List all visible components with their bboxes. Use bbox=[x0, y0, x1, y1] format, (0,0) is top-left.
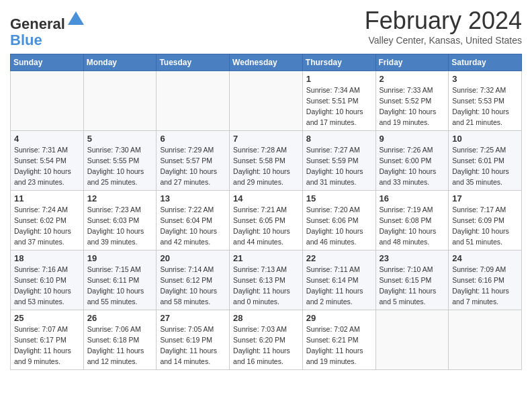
calendar-cell: 1Sunrise: 7:34 AMSunset: 5:51 PMDaylight… bbox=[302, 71, 375, 131]
logo-text-blue: Blue bbox=[10, 32, 85, 48]
location-subtitle: Valley Center, Kansas, United States bbox=[365, 35, 522, 46]
svg-marker-0 bbox=[68, 11, 84, 25]
calendar-cell: 23Sunrise: 7:10 AMSunset: 6:15 PMDayligh… bbox=[375, 250, 449, 310]
day-number: 15 bbox=[306, 193, 372, 203]
day-info: Sunrise: 7:19 AMSunset: 6:08 PMDaylight:… bbox=[380, 205, 445, 247]
day-number: 28 bbox=[233, 313, 299, 323]
calendar-cell: 13Sunrise: 7:22 AMSunset: 6:04 PMDayligh… bbox=[157, 191, 230, 250]
calendar-cell: 8Sunrise: 7:27 AMSunset: 5:59 PMDaylight… bbox=[302, 131, 375, 191]
day-info: Sunrise: 7:17 AMSunset: 6:09 PMDaylight:… bbox=[452, 205, 518, 247]
calendar-cell: 21Sunrise: 7:13 AMSunset: 6:13 PMDayligh… bbox=[230, 250, 303, 310]
calendar-cell: 7Sunrise: 7:28 AMSunset: 5:58 PMDaylight… bbox=[230, 131, 303, 191]
weekday-header-tuesday: Tuesday bbox=[157, 54, 230, 71]
day-info: Sunrise: 7:05 AMSunset: 6:19 PMDaylight:… bbox=[160, 324, 226, 367]
day-number: 23 bbox=[380, 253, 445, 263]
day-info: Sunrise: 7:33 AMSunset: 5:52 PMDaylight:… bbox=[380, 85, 445, 128]
calendar-cell: 3Sunrise: 7:32 AMSunset: 5:53 PMDaylight… bbox=[449, 71, 522, 131]
day-info: Sunrise: 7:06 AMSunset: 6:18 PMDaylight:… bbox=[87, 324, 153, 367]
day-number: 22 bbox=[306, 253, 372, 263]
weekday-header-monday: Monday bbox=[83, 54, 157, 71]
day-number: 11 bbox=[14, 193, 80, 203]
calendar-cell bbox=[230, 71, 303, 131]
day-number: 2 bbox=[380, 74, 445, 84]
day-info: Sunrise: 7:22 AMSunset: 6:04 PMDaylight:… bbox=[160, 205, 226, 247]
calendar-cell bbox=[83, 71, 157, 131]
day-info: Sunrise: 7:20 AMSunset: 6:06 PMDaylight:… bbox=[306, 205, 372, 247]
calendar-cell: 28Sunrise: 7:03 AMSunset: 6:20 PMDayligh… bbox=[230, 310, 303, 370]
calendar-cell: 18Sunrise: 7:16 AMSunset: 6:10 PMDayligh… bbox=[11, 250, 84, 310]
calendar-cell: 20Sunrise: 7:14 AMSunset: 6:12 PMDayligh… bbox=[157, 250, 230, 310]
day-info: Sunrise: 7:30 AMSunset: 5:55 PMDaylight:… bbox=[87, 145, 153, 187]
day-number: 17 bbox=[452, 193, 518, 203]
calendar-cell: 12Sunrise: 7:23 AMSunset: 6:03 PMDayligh… bbox=[83, 191, 157, 250]
day-number: 20 bbox=[160, 253, 226, 263]
calendar-header: SundayMondayTuesdayWednesdayThursdayFrid… bbox=[11, 54, 522, 71]
calendar-cell bbox=[449, 310, 522, 370]
calendar-cell bbox=[11, 71, 84, 131]
calendar-cell: 19Sunrise: 7:15 AMSunset: 6:11 PMDayligh… bbox=[83, 250, 157, 310]
header: General Blue February 2024 Valley Center… bbox=[10, 7, 522, 48]
logo-icon bbox=[66, 10, 85, 29]
day-info: Sunrise: 7:29 AMSunset: 5:57 PMDaylight:… bbox=[160, 145, 226, 187]
day-info: Sunrise: 7:31 AMSunset: 5:54 PMDaylight:… bbox=[14, 145, 80, 187]
calendar-cell: 16Sunrise: 7:19 AMSunset: 6:08 PMDayligh… bbox=[375, 191, 449, 250]
calendar-cell: 22Sunrise: 7:11 AMSunset: 6:14 PMDayligh… bbox=[302, 250, 375, 310]
day-info: Sunrise: 7:07 AMSunset: 6:17 PMDaylight:… bbox=[14, 324, 80, 367]
day-info: Sunrise: 7:14 AMSunset: 6:12 PMDaylight:… bbox=[160, 265, 226, 307]
day-number: 24 bbox=[452, 253, 518, 263]
logo: General Blue bbox=[10, 10, 85, 48]
calendar-cell: 11Sunrise: 7:24 AMSunset: 6:02 PMDayligh… bbox=[11, 191, 84, 250]
day-info: Sunrise: 7:15 AMSunset: 6:11 PMDaylight:… bbox=[87, 265, 153, 307]
calendar-week-row: 4Sunrise: 7:31 AMSunset: 5:54 PMDaylight… bbox=[11, 131, 522, 191]
day-info: Sunrise: 7:32 AMSunset: 5:53 PMDaylight:… bbox=[452, 85, 518, 128]
day-number: 8 bbox=[306, 134, 372, 144]
calendar-week-row: 25Sunrise: 7:07 AMSunset: 6:17 PMDayligh… bbox=[11, 310, 522, 370]
day-info: Sunrise: 7:02 AMSunset: 6:21 PMDaylight:… bbox=[306, 324, 372, 367]
day-number: 5 bbox=[87, 134, 153, 144]
day-number: 9 bbox=[380, 134, 445, 144]
calendar-cell bbox=[157, 71, 230, 131]
day-info: Sunrise: 7:11 AMSunset: 6:14 PMDaylight:… bbox=[306, 265, 372, 307]
weekday-header-thursday: Thursday bbox=[302, 54, 375, 71]
day-info: Sunrise: 7:16 AMSunset: 6:10 PMDaylight:… bbox=[14, 265, 80, 307]
calendar-cell: 29Sunrise: 7:02 AMSunset: 6:21 PMDayligh… bbox=[302, 310, 375, 370]
weekday-header-sunday: Sunday bbox=[11, 54, 84, 71]
day-info: Sunrise: 7:34 AMSunset: 5:51 PMDaylight:… bbox=[306, 85, 372, 128]
calendar-cell: 10Sunrise: 7:25 AMSunset: 6:01 PMDayligh… bbox=[449, 131, 522, 191]
day-info: Sunrise: 7:25 AMSunset: 6:01 PMDaylight:… bbox=[452, 145, 518, 187]
day-info: Sunrise: 7:13 AMSunset: 6:13 PMDaylight:… bbox=[233, 265, 299, 307]
calendar-week-row: 11Sunrise: 7:24 AMSunset: 6:02 PMDayligh… bbox=[11, 191, 522, 250]
day-number: 4 bbox=[14, 134, 80, 144]
calendar-cell: 27Sunrise: 7:05 AMSunset: 6:19 PMDayligh… bbox=[157, 310, 230, 370]
day-info: Sunrise: 7:27 AMSunset: 5:59 PMDaylight:… bbox=[306, 145, 372, 187]
calendar-cell: 25Sunrise: 7:07 AMSunset: 6:17 PMDayligh… bbox=[11, 310, 84, 370]
day-number: 13 bbox=[160, 193, 226, 203]
day-number: 18 bbox=[14, 253, 80, 263]
day-number: 1 bbox=[306, 74, 372, 84]
day-info: Sunrise: 7:10 AMSunset: 6:15 PMDaylight:… bbox=[380, 265, 445, 307]
logo-text: General bbox=[10, 10, 85, 32]
weekday-header-saturday: Saturday bbox=[449, 54, 522, 71]
weekday-header-row: SundayMondayTuesdayWednesdayThursdayFrid… bbox=[11, 54, 522, 71]
calendar-table: SundayMondayTuesdayWednesdayThursdayFrid… bbox=[10, 54, 522, 370]
day-info: Sunrise: 7:09 AMSunset: 6:16 PMDaylight:… bbox=[452, 265, 518, 307]
title-block: February 2024 Valley Center, Kansas, Uni… bbox=[365, 7, 522, 46]
day-number: 10 bbox=[452, 134, 518, 144]
day-info: Sunrise: 7:24 AMSunset: 6:02 PMDaylight:… bbox=[14, 205, 80, 247]
day-number: 19 bbox=[87, 253, 153, 263]
calendar-cell: 15Sunrise: 7:20 AMSunset: 6:06 PMDayligh… bbox=[302, 191, 375, 250]
weekday-header-wednesday: Wednesday bbox=[230, 54, 303, 71]
day-number: 6 bbox=[160, 134, 226, 144]
day-number: 27 bbox=[160, 313, 226, 323]
calendar-cell: 4Sunrise: 7:31 AMSunset: 5:54 PMDaylight… bbox=[11, 131, 84, 191]
calendar-cell: 14Sunrise: 7:21 AMSunset: 6:05 PMDayligh… bbox=[230, 191, 303, 250]
day-number: 16 bbox=[380, 193, 445, 203]
day-number: 26 bbox=[87, 313, 153, 323]
day-number: 14 bbox=[233, 193, 299, 203]
calendar-cell: 5Sunrise: 7:30 AMSunset: 5:55 PMDaylight… bbox=[83, 131, 157, 191]
calendar-cell: 24Sunrise: 7:09 AMSunset: 6:16 PMDayligh… bbox=[449, 250, 522, 310]
calendar-week-row: 18Sunrise: 7:16 AMSunset: 6:10 PMDayligh… bbox=[11, 250, 522, 310]
calendar-week-row: 1Sunrise: 7:34 AMSunset: 5:51 PMDaylight… bbox=[11, 71, 522, 131]
day-number: 25 bbox=[14, 313, 80, 323]
calendar-cell bbox=[375, 310, 449, 370]
